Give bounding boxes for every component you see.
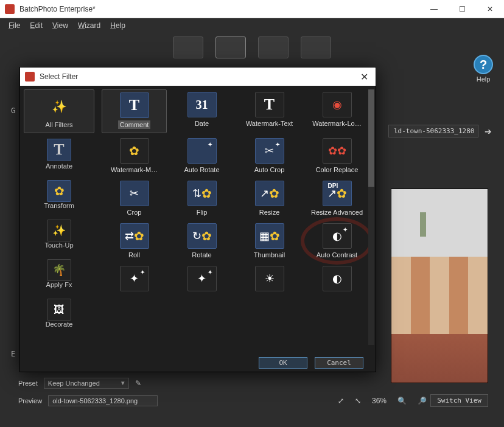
close-button[interactable]: ✕ <box>476 0 504 18</box>
filter-auto-crop[interactable]: ✂Auto Crop <box>237 136 302 176</box>
help-button[interactable]: ? Help <box>474 55 493 83</box>
filter-color-replace[interactable]: ✿✿Color Replace <box>304 136 369 176</box>
menu-wizard[interactable]: Wizard <box>74 20 104 31</box>
wand-icon: ✨ <box>44 94 74 119</box>
step-icon[interactable] <box>215 36 246 58</box>
filter-thumbnail[interactable]: ▦Thumbnail <box>237 221 302 261</box>
dialog-icon <box>25 72 35 82</box>
filter-more[interactable]: ☀ <box>237 263 302 294</box>
app-body: File Edit View Wizard Help ? Help G E ld… <box>0 18 504 427</box>
menu-edit[interactable]: Edit <box>26 20 46 31</box>
filter-grid: TComment 31Date TWatermark-Text ◉Waterma… <box>98 86 376 297</box>
maximize-button[interactable]: ☐ <box>448 0 476 18</box>
sidebar-item-label: Touch-Up <box>44 241 73 249</box>
zoom-out-icon[interactable]: 🔎 <box>418 397 427 405</box>
grid-scrollbar[interactable] <box>368 89 374 345</box>
sidebar-item-transform[interactable]: Transform <box>24 176 94 214</box>
filter-label: Auto Crop <box>238 166 301 173</box>
dialog-button-row: OK Cancel <box>20 353 376 372</box>
preset-combo[interactable]: Keep Unchanged <box>44 378 129 389</box>
panel-label-e: E <box>11 350 15 358</box>
cancel-button[interactable]: Cancel <box>315 357 363 369</box>
filter-resize[interactable]: ↗Resize <box>237 178 302 218</box>
menu-view[interactable]: View <box>49 20 72 31</box>
dialog-close-button[interactable]: ✕ <box>358 71 371 83</box>
filter-resize-advanced[interactable]: ↗Resize Advanced <box>304 178 369 218</box>
filter-label: Color Replace <box>306 166 368 173</box>
filter-label: Auto Rotate <box>170 166 233 173</box>
preview-label: Preview <box>18 397 42 404</box>
menu-help[interactable]: Help <box>107 20 129 31</box>
toolbar-steps <box>173 36 331 58</box>
scrollbar-thumb[interactable] <box>368 89 374 187</box>
sidebar-item-touchup[interactable]: ✨ Touch-Up <box>24 215 94 254</box>
preview-image <box>391 189 488 383</box>
zoom-in-icon[interactable]: 🔍 <box>397 397 407 405</box>
filter-more[interactable]: ✦ <box>102 263 167 294</box>
breadcrumb-text[interactable]: ld-town-5062333_1280 <box>388 125 478 137</box>
title-bar: BatchPhoto Enterprise* — ☐ ✕ <box>0 0 504 18</box>
filter-more[interactable]: ✦ <box>169 263 234 294</box>
filter-label: Resize Advanced <box>306 209 368 216</box>
preview-field[interactable]: old-town-5062333_1280.png <box>48 395 158 406</box>
filter-label: Date <box>170 120 233 127</box>
edit-preset-icon[interactable]: ✎ <box>135 379 141 387</box>
fx-icon: 🌴 <box>47 259 71 281</box>
filter-watermark-m[interactable]: Watermark-M… <box>102 136 167 176</box>
next-arrow-icon[interactable]: ➔ <box>485 127 492 136</box>
filter-comment[interactable]: TComment <box>102 89 167 133</box>
fit-icon[interactable]: ⤢ <box>338 397 344 405</box>
sidebar-item-label: Transform <box>44 202 74 209</box>
filter-label: Watermark-M… <box>103 166 166 173</box>
ok-button[interactable]: OK <box>259 357 307 369</box>
help-icon: ? <box>474 55 493 74</box>
step-icon[interactable] <box>258 36 289 58</box>
menu-file[interactable]: File <box>5 20 24 31</box>
filter-label: Flip <box>170 209 233 216</box>
filter-label: Auto Contrast <box>306 251 368 259</box>
window-title: BatchPhoto Enterprise* <box>19 5 420 13</box>
filter-label: Resize <box>238 209 301 216</box>
sidebar-item-annotate[interactable]: T Annotate <box>24 134 94 175</box>
filter-label: Crop <box>103 209 166 216</box>
filter-date[interactable]: 31Date <box>169 89 234 133</box>
filter-watermark-logo[interactable]: ◉Watermark-Lo… <box>304 89 369 133</box>
dialog-titlebar: Select Filter ✕ <box>20 68 376 86</box>
filter-label: Rotate <box>170 251 233 259</box>
step-icon[interactable] <box>173 36 203 58</box>
preset-row: Preset Keep Unchanged ✎ <box>18 378 141 389</box>
filter-label: Watermark-Text <box>238 120 301 127</box>
sidebar-item-label: Annotate <box>46 162 72 170</box>
filter-label: Thumbnail <box>238 251 301 259</box>
decorate-icon: 🖼 <box>47 299 71 321</box>
filter-category-sidebar: ✨ All Filters T Annotate Transform ✨ Tou… <box>20 86 98 353</box>
minimize-button[interactable]: — <box>420 0 448 18</box>
step-icon[interactable] <box>301 36 331 58</box>
transform-icon <box>47 180 71 202</box>
menu-bar: File Edit View Wizard Help <box>0 18 504 33</box>
preset-label: Preset <box>18 380 38 387</box>
filter-auto-rotate[interactable]: Auto Rotate <box>169 136 234 176</box>
filter-flip[interactable]: ⇅Flip <box>169 178 234 218</box>
filter-roll[interactable]: ⇄Roll <box>102 221 167 261</box>
panel-label-g: G <box>11 106 15 115</box>
filter-label: Roll <box>103 251 166 259</box>
filter-rotate[interactable]: ↻Rotate <box>169 221 234 261</box>
sidebar-item-all-filters[interactable]: ✨ All Filters <box>24 89 94 133</box>
sidebar-item-label: All Filters <box>45 121 72 128</box>
sidebar-item-label: Decorate <box>46 321 73 328</box>
filter-auto-contrast[interactable]: ◐Auto Contrast <box>304 221 369 261</box>
filter-label: Comment <box>118 120 151 129</box>
filter-crop[interactable]: ✂Crop <box>102 178 167 218</box>
switch-view-button[interactable]: Switch View <box>430 394 488 407</box>
preview-row: Preview old-town-5062333_1280.png <box>18 395 158 406</box>
touchup-icon: ✨ <box>47 220 71 241</box>
app-icon <box>5 4 15 14</box>
filter-more[interactable]: ◐ <box>304 263 369 294</box>
help-label: Help <box>477 75 491 83</box>
actual-size-icon[interactable]: ⤡ <box>355 397 361 405</box>
filter-watermark-text[interactable]: TWatermark-Text <box>237 89 302 133</box>
select-filter-dialog: Select Filter ✕ ✨ All Filters T Annotate… <box>19 67 376 372</box>
sidebar-item-decorate[interactable]: 🖼 Decorate <box>24 294 94 333</box>
sidebar-item-applyfx[interactable]: 🌴 Apply Fx <box>24 255 94 293</box>
